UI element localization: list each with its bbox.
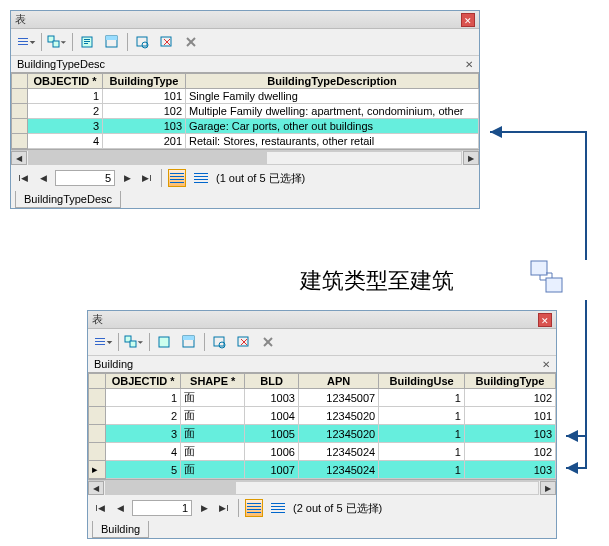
toolbar-clear-selection-icon[interactable] xyxy=(233,331,255,353)
row-marker[interactable] xyxy=(12,119,28,134)
cell[interactable]: 1005 xyxy=(245,425,299,443)
show-selected-button[interactable] xyxy=(190,167,212,189)
show-selected-button[interactable] xyxy=(267,497,289,519)
cell[interactable]: 102 xyxy=(464,443,555,461)
h-scrollbar[interactable]: ◀ ▶ xyxy=(11,150,479,165)
cell[interactable]: 1 xyxy=(379,443,465,461)
cell[interactable]: 12345024 xyxy=(298,461,378,479)
tab[interactable]: BuildingTypeDesc xyxy=(15,191,121,208)
nav-last-button[interactable]: ▶I xyxy=(216,500,232,516)
cell[interactable]: 12345024 xyxy=(298,443,378,461)
subpanel-close-icon[interactable]: ✕ xyxy=(542,359,550,370)
tab[interactable]: Building xyxy=(92,521,149,538)
show-all-button[interactable] xyxy=(245,499,263,517)
nav-record-input[interactable] xyxy=(132,500,192,516)
cell[interactable]: 103 xyxy=(464,425,555,443)
column-header[interactable]: SHAPE * xyxy=(181,374,245,389)
nav-last-button[interactable]: ▶I xyxy=(139,170,155,186)
cell[interactable]: 面 xyxy=(181,425,245,443)
close-button[interactable]: ✕ xyxy=(538,313,552,327)
row-marker[interactable] xyxy=(12,89,28,104)
column-header[interactable]: OBJECTID * xyxy=(28,74,103,89)
nav-next-button[interactable]: ▶ xyxy=(119,170,135,186)
cell[interactable]: 3 xyxy=(106,425,181,443)
column-header[interactable]: BuildingType xyxy=(464,374,555,389)
table-row[interactable]: 4201Retail: Stores, restaurants, other r… xyxy=(12,134,479,149)
cell[interactable]: 1 xyxy=(379,461,465,479)
row-marker[interactable] xyxy=(89,425,106,443)
cell[interactable]: 201 xyxy=(103,134,186,149)
column-header[interactable]: BLD xyxy=(245,374,299,389)
cell[interactable]: 1007 xyxy=(245,461,299,479)
toolbar-delete-icon[interactable] xyxy=(257,331,279,353)
cell[interactable]: 2 xyxy=(28,104,103,119)
cell[interactable]: 1 xyxy=(379,389,465,407)
close-button[interactable]: ✕ xyxy=(461,13,475,27)
show-all-button[interactable] xyxy=(168,169,186,187)
table-row[interactable]: 2面1004123450201101 xyxy=(89,407,556,425)
toolbar-zoom-selected-icon[interactable] xyxy=(209,331,231,353)
cell[interactable]: 12345020 xyxy=(298,425,378,443)
column-header[interactable]: APN xyxy=(298,374,378,389)
cell[interactable]: 1 xyxy=(379,425,465,443)
cell[interactable]: Single Family dwelling xyxy=(186,89,479,104)
table-row[interactable]: ▸5面1007123450241103 xyxy=(89,461,556,479)
cell[interactable]: 103 xyxy=(103,119,186,134)
cell[interactable]: 1 xyxy=(106,389,181,407)
cell[interactable]: 1 xyxy=(379,407,465,425)
column-header[interactable]: BuildingType xyxy=(103,74,186,89)
column-header[interactable]: OBJECTID * xyxy=(106,374,181,389)
scroll-left-button[interactable]: ◀ xyxy=(88,481,104,495)
cell[interactable]: Multiple Family dwelling: apartment, con… xyxy=(186,104,479,119)
cell[interactable]: 12345007 xyxy=(298,389,378,407)
cell[interactable]: 面 xyxy=(181,461,245,479)
nav-first-button[interactable]: I◀ xyxy=(92,500,108,516)
scroll-right-button[interactable]: ▶ xyxy=(540,481,556,495)
window-titlebar[interactable]: 表 ✕ xyxy=(11,11,479,29)
table-row[interactable]: 1面1003123450071102 xyxy=(89,389,556,407)
row-marker[interactable] xyxy=(12,104,28,119)
table-row[interactable]: 3面1005123450201103 xyxy=(89,425,556,443)
toolbar-menu-icon[interactable] xyxy=(92,331,114,353)
table-row[interactable]: 4面1006123450241102 xyxy=(89,443,556,461)
toolbar-delete-icon[interactable] xyxy=(180,31,202,53)
toolbar-switch-selection-icon[interactable] xyxy=(178,331,200,353)
row-marker[interactable] xyxy=(89,443,106,461)
cell[interactable]: 101 xyxy=(103,89,186,104)
cell[interactable]: 2 xyxy=(106,407,181,425)
toolbar-clear-selection-icon[interactable] xyxy=(156,31,178,53)
subpanel-close-icon[interactable]: ✕ xyxy=(465,59,473,70)
cell[interactable]: 3 xyxy=(28,119,103,134)
toolbar-related-icon[interactable] xyxy=(46,31,68,53)
cell[interactable]: 面 xyxy=(181,407,245,425)
cell[interactable]: Garage: Car ports, other out buildings xyxy=(186,119,479,134)
nav-first-button[interactable]: I◀ xyxy=(15,170,31,186)
table-row[interactable]: 2102Multiple Family dwelling: apartment,… xyxy=(12,104,479,119)
row-marker[interactable] xyxy=(89,407,106,425)
nav-prev-button[interactable]: ◀ xyxy=(112,500,128,516)
scroll-left-button[interactable]: ◀ xyxy=(11,151,27,165)
cell[interactable]: 102 xyxy=(464,389,555,407)
grid[interactable]: OBJECTID *SHAPE *BLDAPNBuildingUseBuildi… xyxy=(88,372,556,480)
cell[interactable]: 4 xyxy=(28,134,103,149)
row-marker[interactable] xyxy=(89,389,106,407)
h-scrollbar[interactable]: ◀ ▶ xyxy=(88,480,556,495)
cell[interactable]: 12345020 xyxy=(298,407,378,425)
toolbar-select-by-attr-icon[interactable] xyxy=(77,31,99,53)
column-header[interactable]: BuildingUse xyxy=(379,374,465,389)
window-titlebar[interactable]: 表 ✕ xyxy=(88,311,556,329)
table-row[interactable]: 1101Single Family dwelling xyxy=(12,89,479,104)
column-header[interactable]: BuildingTypeDescription xyxy=(186,74,479,89)
cell[interactable]: 1 xyxy=(28,89,103,104)
cell[interactable]: 101 xyxy=(464,407,555,425)
toolbar-related-icon[interactable] xyxy=(123,331,145,353)
cell[interactable]: 102 xyxy=(103,104,186,119)
scroll-right-button[interactable]: ▶ xyxy=(463,151,479,165)
cell[interactable]: 面 xyxy=(181,389,245,407)
cell[interactable]: 5 xyxy=(106,461,181,479)
cell[interactable]: 面 xyxy=(181,443,245,461)
nav-next-button[interactable]: ▶ xyxy=(196,500,212,516)
row-marker[interactable]: ▸ xyxy=(89,461,106,479)
cell[interactable]: 1003 xyxy=(245,389,299,407)
cell[interactable]: 4 xyxy=(106,443,181,461)
